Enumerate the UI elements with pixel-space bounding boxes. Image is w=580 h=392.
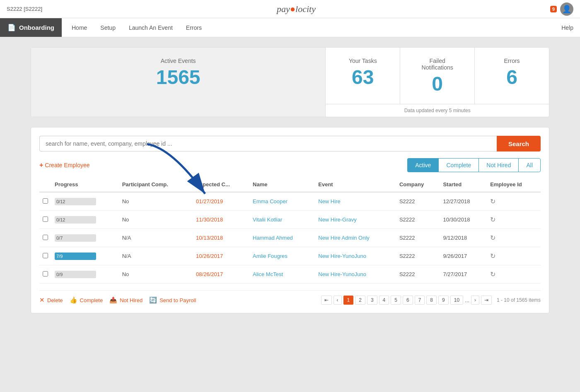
errors-stat[interactable]: Errors 6 [475, 48, 549, 104]
notification-badge[interactable]: 9 [550, 6, 557, 12]
avatar[interactable]: 👤 [560, 2, 573, 16]
refresh-icon[interactable]: ↻ [490, 216, 495, 223]
page-10-button[interactable]: 10 [450, 296, 463, 305]
refresh-icon[interactable]: ↻ [490, 198, 495, 205]
company-cell: S2222 [396, 211, 440, 229]
onboarding-icon: 📄 [7, 24, 16, 31]
active-events-label: Active Events [44, 58, 312, 64]
delete-label: Delete [47, 297, 63, 303]
delete-button[interactable]: ✕ Delete [39, 296, 63, 304]
complete-button[interactable]: 👍 Complete [70, 296, 103, 304]
employee-name-link[interactable]: Amlie Fougres [253, 253, 288, 259]
stats-footer: Data updated every 5 minutes [326, 104, 549, 117]
started-cell: 9/26/2017 [440, 247, 487, 265]
participant-comp-cell: N/A [119, 229, 193, 247]
search-button[interactable]: Search [497, 136, 541, 152]
page-5-button[interactable]: 5 [391, 296, 401, 305]
event-link[interactable]: New Hire-Gravy [318, 216, 356, 223]
not-hired-button[interactable]: 📤 Not Hired [109, 296, 143, 304]
table-row: 0/7N/A10/13/2018Hammad AhmedNew Hire Adm… [39, 229, 541, 247]
event-link[interactable]: New Hire-YunoJuno [318, 253, 366, 259]
create-employee-button[interactable]: + Create Employee [39, 161, 90, 169]
tab-all[interactable]: All [518, 158, 541, 172]
col-participant-comp: Participant Comp. [119, 177, 193, 192]
refresh-icon[interactable]: ↻ [490, 253, 495, 260]
page-2-button[interactable]: 2 [355, 296, 365, 305]
employee-name-link[interactable]: Vitalii Kotliar [253, 216, 282, 223]
not-hired-icon: 📤 [109, 296, 117, 304]
employee-id-cell: ↻ [487, 247, 541, 265]
progress-cell: 0/9 [51, 265, 119, 284]
active-events-stat[interactable]: Active Events 1565 [31, 48, 326, 117]
row-checkbox[interactable] [43, 235, 48, 240]
failed-notifications-stat[interactable]: Failed Notifications 0 [400, 48, 475, 104]
tab-not-hired[interactable]: Not Hired [479, 158, 518, 172]
name-cell: Amlie Fougres [249, 247, 315, 265]
your-tasks-value: 63 [339, 67, 387, 87]
page-4-button[interactable]: 4 [379, 296, 389, 305]
nav-home[interactable]: Home [65, 18, 94, 37]
plus-icon: + [39, 161, 43, 169]
employee-id-cell: ↻ [487, 265, 541, 284]
nav-errors[interactable]: Errors [179, 18, 208, 37]
table-row: 0/9No08/26/2017Alice McTestNew Hire-Yuno… [39, 265, 541, 284]
employee-id-cell: ↻ [487, 192, 541, 211]
delete-icon: ✕ [39, 296, 45, 304]
page-6-button[interactable]: 6 [403, 296, 413, 305]
started-cell: 10/30/2018 [440, 211, 487, 229]
nav-onboarding[interactable]: 📄 Onboarding [0, 18, 62, 37]
event-link[interactable]: New Hire [318, 198, 340, 204]
send-to-payroll-button[interactable]: 🔄 Send to Payroll [149, 296, 196, 304]
failed-notif-value: 0 [413, 74, 461, 94]
tab-active[interactable]: Active [407, 158, 438, 172]
tab-complete[interactable]: Complete [438, 158, 479, 172]
complete-icon: 👍 [70, 296, 77, 304]
action-buttons: ✕ Delete 👍 Complete 📤 Not Hired 🔄 Send t… [39, 296, 196, 304]
event-link[interactable]: New Hire Admin Only [318, 235, 370, 241]
logo-area: pay●locity [277, 4, 316, 14]
refresh-icon[interactable]: ↻ [490, 271, 495, 278]
col-event: Event [315, 177, 396, 192]
progress-cell: 7/9 [51, 247, 119, 265]
table-card: Search + Create Employee Active Complete… [31, 127, 549, 313]
col-progress: Progress [51, 177, 119, 192]
page-3-button[interactable]: 3 [367, 296, 377, 305]
search-bar: Search [39, 136, 541, 152]
page-1-button[interactable]: 1 [343, 296, 354, 305]
nav-setup[interactable]: Setup [94, 18, 122, 37]
prev-page-button[interactable]: ‹ [334, 296, 342, 305]
not-hired-label: Not Hired [120, 297, 143, 303]
company-cell: S2222 [396, 265, 440, 284]
employees-table: Progress Participant Comp. Expected C...… [39, 177, 541, 284]
employee-name-link[interactable]: Hammad Ahmed [253, 235, 293, 241]
page-9-button[interactable]: 9 [438, 296, 449, 305]
row-checkbox[interactable] [43, 198, 48, 204]
nav-launch-event[interactable]: Launch An Event [122, 18, 179, 37]
row-checkbox[interactable] [43, 253, 48, 258]
bottom-toolbar: ✕ Delete 👍 Complete 📤 Not Hired 🔄 Send t… [39, 290, 541, 305]
participant-comp-cell: N/A [119, 247, 193, 265]
last-page-button[interactable]: ⇥ [481, 296, 492, 305]
select-all-header [39, 177, 51, 192]
refresh-icon[interactable]: ↻ [490, 234, 495, 241]
event-cell: New Hire Admin Only [315, 229, 396, 247]
row-checkbox[interactable] [43, 216, 48, 222]
page-8-button[interactable]: 8 [426, 296, 437, 305]
stats-top: Your Tasks 63 Failed Notifications 0 Err… [326, 48, 549, 104]
create-employee-label: Create Employee [45, 162, 89, 168]
your-tasks-stat[interactable]: Your Tasks 63 [326, 48, 400, 104]
name-cell: Hammad Ahmed [249, 229, 315, 247]
errors-value: 6 [488, 67, 536, 87]
event-link[interactable]: New Hire-YunoJuno [318, 271, 366, 277]
employee-name-link[interactable]: Emma Cooper [253, 198, 288, 204]
nav-help[interactable]: Help [555, 24, 580, 31]
employee-name-link[interactable]: Alice McTest [253, 271, 283, 277]
main-content: Active Events 1565 Your Tasks 63 Failed … [21, 37, 559, 323]
col-expected-completion: Expected C... [193, 177, 249, 192]
row-checkbox[interactable] [43, 271, 48, 277]
expected-completion-cell: 10/26/2017 [193, 247, 249, 265]
page-7-button[interactable]: 7 [415, 296, 425, 305]
next-page-button[interactable]: › [471, 296, 479, 305]
first-page-button[interactable]: ⇤ [321, 296, 332, 305]
search-input[interactable] [39, 136, 497, 152]
